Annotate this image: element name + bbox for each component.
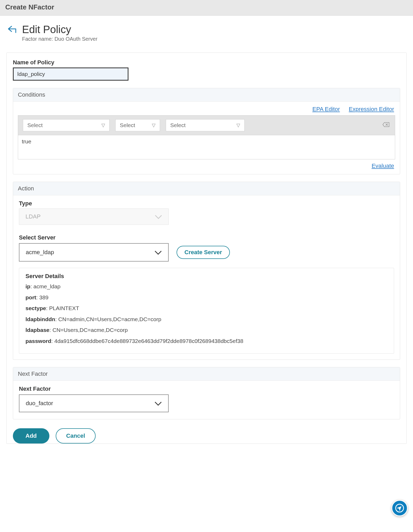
epa-editor-link[interactable]: EPA Editor	[312, 106, 340, 112]
factor-name-value: Duo OAuth Server	[54, 36, 97, 42]
detail-sectype: sectype: PLAINTEXT	[25, 304, 388, 312]
next-factor-select[interactable]: duo_factor	[19, 394, 169, 412]
top-bar: Create NFactor	[0, 0, 413, 16]
cond-select-1-label: Select	[27, 122, 43, 128]
chevron-down-icon: ▽	[236, 122, 240, 128]
cond-select-2[interactable]: Select ▽	[115, 119, 160, 131]
type-select: LDAP	[19, 208, 169, 225]
type-value: LDAP	[25, 213, 40, 220]
chevron-down-icon: ▽	[152, 122, 156, 128]
conditions-header: Conditions	[13, 88, 400, 102]
app-title: Create NFactor	[5, 3, 408, 11]
next-factor-label: Next Factor	[19, 385, 394, 392]
chevron-down-icon	[155, 213, 162, 221]
detail-port: port: 389	[25, 293, 388, 302]
action-header: Action	[13, 182, 400, 195]
select-server-label: Select Server	[19, 234, 394, 241]
policy-name-input[interactable]	[13, 67, 128, 81]
server-value: acme_ldap	[26, 249, 54, 256]
server-details-title: Server Details	[25, 273, 388, 280]
detail-password: password: 4da915dfc668ddbe67c4de889732e6…	[25, 337, 388, 345]
server-details: Server Details ip: acme_ldap port: 389 s…	[19, 268, 394, 354]
detail-ip: ip: acme_ldap	[25, 282, 388, 291]
cond-select-1[interactable]: Select ▽	[23, 119, 110, 131]
create-server-button[interactable]: Create Server	[177, 246, 230, 259]
back-arrow-icon[interactable]	[8, 25, 18, 35]
next-factor-header: Next Factor	[13, 367, 400, 381]
conditions-toolbar: Select ▽ Select ▽ Select ▽	[18, 115, 395, 135]
conditions-panel: Conditions EPA Editor Expression Editor …	[13, 88, 400, 174]
expression-editor-link[interactable]: Expression Editor	[349, 106, 394, 112]
cond-select-3-label: Select	[170, 122, 185, 128]
detail-ldapbinddn: ldapbinddn: CN=admin,CN=Users,DC=acme,DC…	[25, 315, 388, 324]
chevron-down-icon	[154, 399, 162, 408]
page-subtitle: Factor name: Duo OAuth Server	[22, 36, 97, 42]
expression-textarea[interactable]: true	[18, 135, 395, 159]
cancel-button[interactable]: Cancel	[56, 428, 96, 444]
evaluate-link[interactable]: Evaluate	[371, 163, 394, 169]
type-label: Type	[19, 200, 394, 207]
add-button[interactable]: Add	[13, 428, 49, 444]
clear-expression-icon[interactable]	[382, 122, 390, 129]
cond-select-3[interactable]: Select ▽	[166, 119, 245, 131]
page-header: Edit Policy Factor name: Duo OAuth Serve…	[0, 16, 413, 45]
detail-ldapbase: ldapbase: CN=Users,DC=acme,DC=corp	[25, 326, 388, 334]
page-title: Edit Policy	[22, 24, 97, 35]
factor-name-label: Factor name:	[22, 36, 53, 42]
action-panel: Action Type LDAP Select Server acme_ldap	[13, 182, 400, 360]
next-factor-panel: Next Factor Next Factor duo_factor	[13, 367, 400, 419]
cond-select-2-label: Select	[120, 122, 135, 128]
policy-name-label: Name of Policy	[13, 59, 400, 66]
chevron-down-icon: ▽	[101, 122, 105, 128]
server-select[interactable]: acme_ldap	[19, 243, 169, 262]
chevron-down-icon	[154, 248, 162, 257]
next-factor-value: duo_factor	[26, 400, 53, 407]
